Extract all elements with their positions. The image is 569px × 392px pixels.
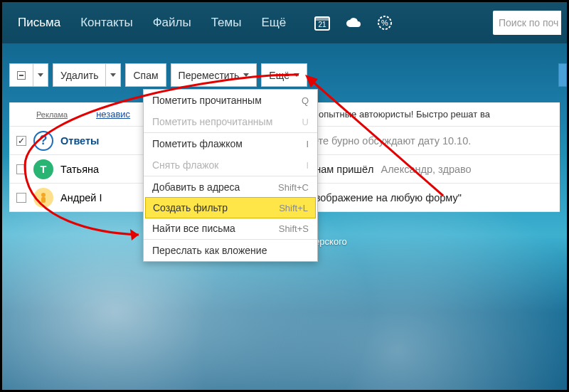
nav-tab-files[interactable]: Файлы — [143, 2, 201, 43]
checkbox-icon — [17, 71, 26, 80]
menu-flag[interactable]: Пометить флажкомI — [144, 133, 317, 154]
menu-mark-read[interactable]: Пометить прочитаннымQ — [144, 90, 317, 111]
top-nav: Письма Контакты Файлы Темы Ещё — [8, 2, 296, 43]
menu-label: Найти все письма — [152, 223, 235, 234]
row-checkbox[interactable] — [16, 136, 26, 146]
menu-shortcut: Shift+L — [279, 203, 308, 213]
top-icons: 21 % — [313, 14, 394, 32]
menu-shortcut: I — [306, 160, 309, 171]
menu-label: Пометить прочитанным — [152, 95, 262, 106]
nav-tab-themes[interactable]: Темы — [201, 2, 252, 43]
row-checkbox[interactable] — [16, 193, 26, 203]
avatar — [33, 188, 53, 208]
select-all-split — [9, 63, 48, 87]
menu-unflag: Снять флажокI — [144, 154, 317, 176]
nav-tab-mail[interactable]: Письма — [8, 2, 70, 43]
menu-mark-unread: Пометить непрочитаннымU — [144, 111, 317, 132]
menu-label: Снять флажок — [152, 159, 218, 171]
top-bar: Письма Контакты Файлы Темы Ещё 21 % Поис… — [2, 2, 567, 43]
side-panel-button[interactable] — [558, 63, 567, 87]
delete-split: Удалить — [53, 63, 121, 87]
svg-point-5 — [41, 193, 46, 197]
subject-preview: Александр, здраво — [381, 164, 471, 175]
menu-shortcut: U — [302, 117, 309, 127]
menu-forward-attachment[interactable]: Переслать как вложение — [144, 240, 317, 261]
move-button[interactable]: Переместить — [171, 63, 257, 87]
svg-rect-6 — [41, 197, 46, 203]
nav-tab-contacts[interactable]: Контакты — [70, 2, 142, 43]
menu-shortcut: Q — [302, 95, 309, 106]
sender-name: Андрей І — [60, 192, 139, 203]
delete-button[interactable]: Удалить — [53, 63, 105, 87]
sender-name: Татьяна — [60, 164, 139, 175]
menu-label: Переслать как вложение — [152, 245, 267, 256]
ad-label: Реклама — [36, 110, 68, 119]
menu-shortcut: I — [306, 139, 309, 149]
app-frame: Письма Контакты Файлы Темы Ещё 21 % Поис… — [0, 0, 569, 392]
caret-down-icon — [110, 73, 116, 77]
cloud-icon[interactable] — [344, 14, 363, 32]
select-all-dropdown[interactable] — [33, 63, 48, 87]
caret-down-icon — [243, 73, 249, 77]
more-dropdown-menu: Пометить прочитаннымQ Пометить непрочита… — [143, 89, 318, 262]
svg-text:21: 21 — [319, 21, 327, 28]
calendar-icon[interactable]: 21 — [313, 14, 331, 32]
select-all-button[interactable] — [9, 63, 33, 87]
menu-label: Пометить непрочитанным — [152, 116, 272, 127]
sender-name: Ответы — [60, 135, 139, 147]
menu-shortcut: Shift+C — [278, 182, 309, 193]
promo-icon[interactable]: % — [376, 14, 394, 32]
menu-label: Пометить флажком — [152, 138, 243, 149]
more-label: Ещё — [269, 70, 289, 81]
svg-text:%: % — [381, 18, 388, 27]
menu-create-filter[interactable]: Создать фильтрShift+L — [145, 197, 316, 218]
spam-button[interactable]: Спам — [125, 63, 166, 87]
move-label: Переместить — [179, 70, 240, 81]
menu-add-to-contacts[interactable]: Добавить в адресаShift+C — [144, 176, 317, 198]
avatar: ? — [33, 131, 53, 151]
menu-label: Создать фильтр — [153, 202, 228, 213]
caret-down-icon — [38, 73, 43, 77]
menu-label: Добавить в адреса — [152, 181, 240, 193]
caret-down-icon — [294, 73, 299, 77]
menu-shortcut: Shift+S — [279, 223, 309, 234]
more-button[interactable]: Ещё — [261, 63, 307, 87]
menu-find-all[interactable]: Найти все письмаShift+S — [144, 218, 317, 239]
search-input[interactable]: Поиск по поч — [493, 11, 561, 35]
ad-link[interactable]: независ — [96, 109, 130, 120]
row-checkbox[interactable] — [16, 164, 26, 174]
mail-toolbar: Удалить Спам Переместить Ещё — [9, 63, 567, 87]
delete-dropdown[interactable] — [105, 63, 121, 87]
avatar: Т — [33, 159, 53, 179]
nav-tab-more[interactable]: Ещё — [251, 2, 296, 43]
